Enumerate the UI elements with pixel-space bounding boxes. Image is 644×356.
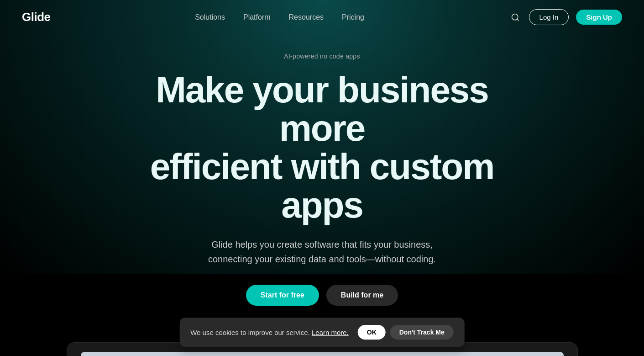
hero-subtitle: Glide helps you create software that fit… bbox=[199, 237, 445, 266]
hero-title: Make your business more efficient with c… bbox=[117, 71, 528, 224]
nav-item-pricing[interactable]: Pricing bbox=[342, 13, 364, 21]
preview-table-header bbox=[84, 352, 560, 356]
build-for-me-button[interactable]: Build for me bbox=[326, 285, 398, 306]
hero-title-line2: efficient with custom apps bbox=[150, 146, 494, 225]
nav-item-solutions[interactable]: Solutions bbox=[195, 13, 225, 21]
signup-button[interactable]: Sign Up bbox=[576, 10, 622, 25]
nav-links: Solutions Platform Resources Pricing bbox=[195, 13, 364, 21]
cookie-dont-track-button[interactable]: Don't Track Me bbox=[390, 325, 454, 340]
login-button[interactable]: Log In bbox=[529, 9, 569, 25]
start-free-button[interactable]: Start for free bbox=[246, 285, 319, 306]
cookie-learn-more-link[interactable]: Learn more. bbox=[312, 329, 349, 336]
navbar: Glide Solutions Platform Resources Prici… bbox=[0, 0, 644, 34]
cookie-message: We use cookies to improve our service. L… bbox=[190, 329, 349, 336]
hero-eyebrow: AI-powered no code apps bbox=[22, 53, 622, 60]
search-icon bbox=[511, 13, 520, 22]
hero-title-line1: Make your business more bbox=[156, 69, 488, 149]
svg-point-0 bbox=[512, 14, 518, 20]
nav-actions: Log In Sign Up bbox=[509, 9, 622, 25]
hero-section: AI-powered no code apps Make your busine… bbox=[0, 34, 644, 333]
cookie-banner: We use cookies to improve our service. L… bbox=[179, 318, 465, 347]
nav-item-platform[interactable]: Platform bbox=[243, 13, 271, 21]
svg-line-1 bbox=[517, 19, 518, 21]
brand-logo: Glide bbox=[22, 10, 51, 24]
preview-inner bbox=[81, 352, 564, 356]
hero-cta-group: Start for free Build for me bbox=[22, 285, 622, 306]
search-button[interactable] bbox=[509, 11, 522, 24]
cookie-ok-button[interactable]: OK bbox=[358, 325, 386, 340]
cookie-buttons: OK Don't Track Me bbox=[358, 325, 454, 340]
nav-item-resources[interactable]: Resources bbox=[289, 13, 324, 21]
